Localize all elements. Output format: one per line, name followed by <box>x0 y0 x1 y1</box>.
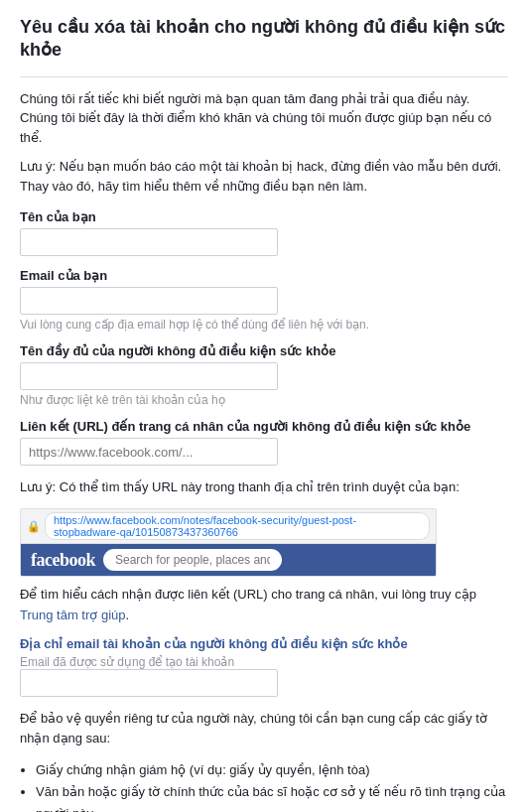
note-prefix: Lưu ý: Nếu bạn muốn báo cáo một tài khoả… <box>20 159 501 194</box>
page-title: Yêu cầu xóa tài khoản cho người không đủ… <box>20 16 508 63</box>
your-email-placeholder: Vui lòng cung cấp địa email hợp lệ có th… <box>20 318 508 332</box>
profile-url-group: Liên kết (URL) đến trang cá nhân của ngư… <box>20 419 508 466</box>
note-text: Lưu ý: Nếu bạn muốn báo cáo một tài khoả… <box>20 157 508 196</box>
account-email-group: Địa chỉ email tài khoản của người không … <box>20 636 508 697</box>
profile-url-input[interactable] <box>20 438 278 466</box>
account-email-sub: Email đã được sử dụng để tạo tài khoản <box>20 655 508 669</box>
account-email-input[interactable] <box>20 669 278 697</box>
your-email-label: Email của bạn <box>20 268 508 283</box>
docs-intro: Để bảo vệ quyền riêng tư của người này, … <box>20 709 508 750</box>
lock-icon: 🔒 <box>27 520 41 533</box>
url-help-link[interactable]: Trung tâm trợ giúp <box>20 608 126 622</box>
full-name-group: Tên đầy đủ của người không đủ điều kiện … <box>20 343 508 407</box>
docs-bullets: Giấy chứng nhận giám hộ (ví dụ: giấy ủy … <box>36 759 508 812</box>
browser-preview: 🔒 https://www.facebook.com/notes/faceboo… <box>20 508 437 577</box>
bullet-1: Giấy chứng nhận giám hộ (ví dụ: giấy ủy … <box>36 759 508 781</box>
browser-body: facebook <box>21 544 436 576</box>
your-name-group: Tên của bạn <box>20 209 508 256</box>
full-name-placeholder: Như được liệt kê trên tài khoản của họ <box>20 393 508 407</box>
url-help-text: Để tìm hiểu cách nhận được liên kết (URL… <box>20 585 508 626</box>
account-email-label: Địa chỉ email tài khoản của người không … <box>20 636 508 651</box>
your-email-input[interactable] <box>20 287 278 315</box>
your-name-input[interactable] <box>20 228 278 256</box>
intro-text: Chúng tôi rất tiếc khi biết người mà bạn… <box>20 89 508 148</box>
url-note: Lưu ý: Có thể tìm thấy URL này trong tha… <box>20 477 508 498</box>
page-container: Yêu cầu xóa tài khoản cho người không đủ… <box>0 0 528 812</box>
your-name-label: Tên của bạn <box>20 209 508 224</box>
profile-url-label: Liên kết (URL) đến trang cá nhân của ngư… <box>20 419 508 434</box>
bullet-2: Văn bản hoặc giấy tờ chính thức của bác … <box>36 781 508 812</box>
fb-logo: facebook <box>31 550 95 571</box>
fb-search-input <box>103 549 282 571</box>
browser-url-text: https://www.facebook.com/notes/facebook-… <box>45 512 430 540</box>
browser-bar: 🔒 https://www.facebook.com/notes/faceboo… <box>21 509 436 544</box>
full-name-label: Tên đầy đủ của người không đủ điều kiện … <box>20 343 508 358</box>
divider <box>20 76 508 77</box>
your-email-group: Email của bạn Vui lòng cung cấp địa emai… <box>20 268 508 332</box>
fb-navbar: facebook <box>21 544 436 576</box>
full-name-input[interactable] <box>20 362 278 390</box>
